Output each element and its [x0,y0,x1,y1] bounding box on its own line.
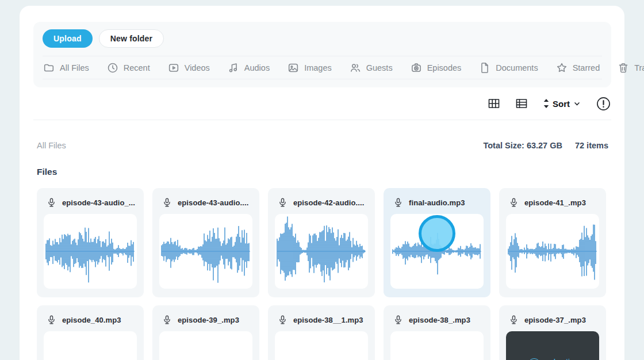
trash-icon [617,62,630,74]
file-header: episode-39_.mp3 [159,312,252,331]
tab-label: Images [304,63,332,72]
file-thumbnail [44,214,137,289]
microphone-icon [46,197,57,208]
microphone-icon [46,315,57,325]
file-name: episode-38_.mp3 [409,316,470,324]
tab-label: Guests [366,63,393,72]
document-icon [478,62,491,74]
image-icon [287,62,300,74]
microphone-icon [162,197,172,208]
tab-label: Audios [244,63,270,72]
file-header: episode-43-audio.... [159,195,252,214]
file-card-episode-43-audio[interactable]: episode-43-audio.... [152,188,259,297]
file-name: episode-42-audio.... [293,198,364,207]
file-name: episode-43-audio.... [178,198,248,207]
file-name: final-audio.mp3 [409,198,465,207]
microphone-icon [162,315,172,325]
action-buttons: Upload New folder [43,29,602,48]
file-name: episode_40.mp3 [62,316,121,324]
file-card-episode-39-mp3[interactable]: episode-39_.mp3 [152,305,259,360]
upload-button[interactable]: Upload [43,29,93,48]
tab-starred[interactable]: Starred [555,62,600,74]
file-card-episode-43-audio[interactable]: episode-43-audio_... [37,188,144,297]
video-icon [167,62,180,74]
file-card-episode-40-mp3[interactable]: episode_40.mp3 [37,305,144,360]
file-name: episode-38__1.mp3 [293,316,363,324]
storage-summary: Total Size: 63.27 GB 72 items [483,141,608,150]
page-background: Upload New folder All FilesRecentVideosA… [0,0,644,360]
main-panel: Upload New folder All FilesRecentVideosA… [20,6,624,360]
file-header: episode-43-audio_... [44,195,137,214]
tab-recent[interactable]: Recent [106,62,150,74]
file-thumbnail [159,214,252,289]
music-note-icon [227,62,240,74]
file-card-episode-42-audio[interactable]: episode-42-audio.... [268,188,375,297]
file-thumbnail [506,214,599,289]
clock-icon [106,62,119,74]
tab-label: Documents [496,63,538,72]
total-size-label: Total Size: 63.27 GB [483,141,562,150]
microphone-icon [393,315,404,325]
tab-guests[interactable]: Guests [349,62,393,74]
selection-circle-overlay [419,215,455,252]
file-card-episode-37-mp3[interactable]: episode-37_.mp3 podcasting secrets [499,305,606,360]
people-icon [349,62,362,74]
tab-label: Trash [634,63,644,72]
file-name: episode-41_.mp3 [524,198,586,207]
star-icon [555,62,568,74]
file-thumbnail [390,331,484,360]
microphone-icon [508,197,519,208]
tab-audios[interactable]: Audios [227,62,270,74]
breadcrumb[interactable]: All Files [37,141,66,150]
tab-label: Episodes [427,63,462,72]
chevron-down-icon [572,99,582,109]
tab-all-files[interactable]: All Files [43,62,89,74]
tab-trash[interactable]: Trash [617,62,644,74]
microphone-icon [508,315,519,325]
section-title: Files [37,167,57,177]
tab-images[interactable]: Images [287,62,332,74]
tab-label: Recent [124,63,150,72]
file-name: episode-39_.mp3 [178,316,239,324]
tab-videos[interactable]: Videos [167,62,210,74]
tab-documents[interactable]: Documents [478,62,538,74]
file-thumbnail [44,331,137,360]
file-thumbnail: podcasting secrets [506,331,599,360]
file-thumbnail [159,331,252,360]
file-card-episode-41-mp3[interactable]: episode-41_.mp3 [499,188,606,297]
view-toolbar: Sort [33,87,611,120]
grid-view-button[interactable] [487,97,501,110]
file-name: episode-43-audio_... [62,198,135,207]
folder-icon [43,62,55,74]
file-thumbnail [275,214,368,289]
file-card-episode-38-1-mp3[interactable]: episode-38__1.mp3 [268,305,375,360]
items-count-label: 72 items [575,141,608,150]
tab-episodes[interactable]: Episodes [410,62,462,74]
file-grid: episode-43-audio_... episode-43-audio...… [37,188,606,360]
sort-label: Sort [553,99,570,109]
microphone-icon [277,197,288,208]
file-header: episode-38__1.mp3 [275,312,368,331]
microphone-icon [277,315,288,325]
file-header: episode_40.mp3 [44,312,137,331]
alert-button[interactable] [596,96,611,112]
file-card-final-audio-mp3[interactable]: final-audio.mp3 [384,188,490,297]
new-folder-button[interactable]: New folder [99,29,164,48]
tab-label: Videos [185,63,210,72]
tab-label: Starred [573,63,600,72]
filter-tabs: All FilesRecentVideosAudiosImagesGuestsE… [43,56,602,79]
file-header: episode-42-audio.... [275,195,368,214]
file-header: episode-41_.mp3 [506,195,599,214]
list-view-button[interactable] [515,97,528,110]
file-name: episode-37_.mp3 [524,316,586,324]
microphone-icon [393,197,404,208]
tab-label: All Files [60,63,89,72]
sort-arrows-icon [542,99,550,108]
sort-button[interactable]: Sort [542,99,582,109]
file-thumbnail [275,331,368,360]
file-thumbnail [390,214,484,289]
file-header: episode-38_.mp3 [390,312,484,331]
file-card-episode-38-mp3[interactable]: episode-38_.mp3 [384,305,490,360]
camera-icon [410,62,423,74]
file-header: final-audio.mp3 [390,195,484,214]
